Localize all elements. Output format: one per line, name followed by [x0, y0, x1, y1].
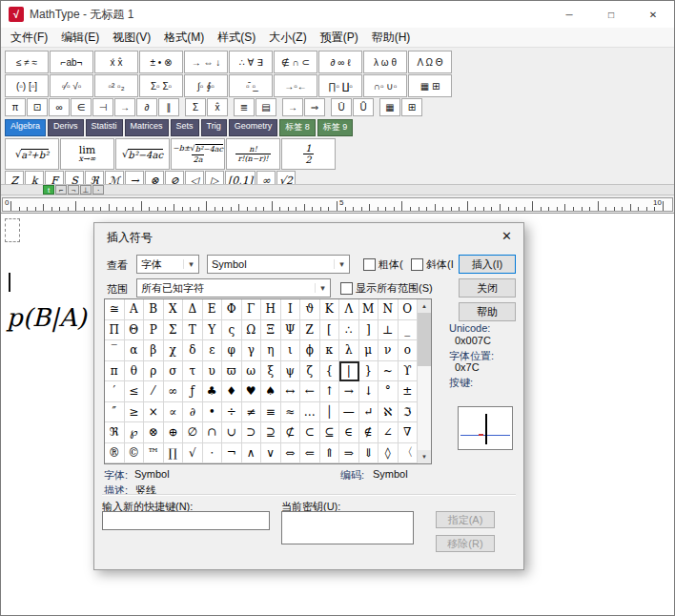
- char-cell-r7-c10[interactable]: ⊄: [281, 422, 301, 443]
- small-bar-button-3[interactable]: ∞: [49, 98, 70, 116]
- char-cell-r8-c8[interactable]: ∧: [242, 443, 262, 464]
- char-cell-r5-c12[interactable]: ↑: [320, 381, 340, 402]
- char-cell-r3-c8[interactable]: γ: [242, 340, 262, 361]
- char-cell-r3-c6[interactable]: ε: [203, 340, 223, 361]
- char-cell-r4-c12[interactable]: {: [320, 361, 340, 382]
- template-palette-3[interactable]: ▫² ▫₂: [94, 74, 138, 97]
- char-cell-r8-c2[interactable]: ©: [125, 443, 145, 464]
- remove-button[interactable]: 移除(R): [436, 535, 495, 552]
- char-cell-r4-c14[interactable]: }: [359, 361, 379, 382]
- char-cell-r6-c3[interactable]: ×: [144, 402, 164, 423]
- menu-item-3[interactable]: 视图(V): [106, 28, 157, 48]
- symbol-palette-2[interactable]: ⌐ab¬: [50, 51, 93, 73]
- tab-7[interactable]: Geometry: [229, 119, 278, 136]
- char-cell-r5-c9[interactable]: ♠: [261, 381, 281, 402]
- char-cell-r5-c13[interactable]: →: [339, 381, 359, 402]
- template-palette-8[interactable]: ∏▫ ∐▫: [318, 74, 362, 97]
- char-cell-r1-c8[interactable]: Γ: [242, 299, 262, 320]
- small-bar-button-8[interactable]: ∥: [158, 98, 179, 116]
- char-cell-r4-c11[interactable]: ζ: [300, 361, 320, 382]
- char-cell-r2-c5[interactable]: Τ: [183, 320, 203, 341]
- close-dialog-button[interactable]: 关闭: [459, 278, 516, 298]
- char-cell-r5-c14[interactable]: ↓: [359, 381, 379, 402]
- char-cell-r3-c5[interactable]: δ: [183, 340, 203, 361]
- symbol-palette-5[interactable]: → ⇔ ↓: [184, 51, 228, 73]
- char-cell-r7-c5[interactable]: ∅: [183, 422, 203, 443]
- char-cell-r6-c15[interactable]: ℵ: [378, 402, 399, 423]
- template-palette-6[interactable]: ▫̄ ▫̲: [229, 74, 273, 97]
- char-cell-r3-c12[interactable]: κ: [320, 340, 340, 361]
- char-cell-r1-c16[interactable]: Ο: [399, 299, 419, 320]
- char-cell-r4-c13[interactable]: |: [339, 361, 359, 382]
- char-cell-r6-c2[interactable]: ≥: [125, 402, 145, 423]
- template-palette-5[interactable]: ∫▫ ∮▫: [184, 74, 228, 97]
- char-cell-r7-c2[interactable]: ℘: [125, 422, 145, 443]
- char-cell-r1-c3[interactable]: Β: [144, 299, 164, 320]
- tab-align-button-2[interactable]: ⌐: [55, 185, 67, 195]
- symbol-palette-1[interactable]: ≤ ≠ ≈: [5, 51, 49, 73]
- char-cell-r5-c11[interactable]: ←: [300, 381, 320, 402]
- char-cell-r3-c4[interactable]: χ: [164, 340, 184, 361]
- char-cell-r5-c16[interactable]: ±: [399, 381, 419, 402]
- char-cell-r7-c14[interactable]: ∉: [359, 422, 379, 443]
- char-cell-r2-c7[interactable]: ς: [222, 320, 242, 341]
- char-cell-r8-c15[interactable]: ◊: [378, 443, 399, 464]
- small-bar-button-14[interactable]: ⇒: [304, 98, 325, 116]
- tab-align-button-1[interactable]: t: [43, 185, 54, 195]
- char-cell-r2-c12[interactable]: [: [320, 320, 340, 341]
- new-shortcut-input[interactable]: [102, 511, 270, 530]
- char-cell-r4-c4[interactable]: σ: [164, 361, 184, 382]
- char-cell-r5-c5[interactable]: ƒ: [183, 381, 203, 402]
- char-cell-r1-c7[interactable]: Φ: [222, 299, 242, 320]
- small-bar-button-10[interactable]: x̂: [207, 98, 228, 116]
- bold-checkbox[interactable]: 粗体(: [363, 257, 403, 272]
- char-cell-r5-c4[interactable]: ∞: [164, 381, 184, 402]
- char-cell-r4-c10[interactable]: ψ: [281, 361, 301, 382]
- menu-item-6[interactable]: 大小(Z): [262, 28, 313, 48]
- char-cell-r8-c5[interactable]: √: [183, 443, 203, 464]
- char-cell-r7-c8[interactable]: ⊃: [242, 422, 262, 443]
- symbol-palette-6[interactable]: ∴ ∀ ∃: [229, 51, 273, 73]
- char-cell-r6-c14[interactable]: ↵: [359, 402, 379, 423]
- char-cell-r2-c14[interactable]: ]: [359, 320, 379, 341]
- char-cell-r6-c16[interactable]: ℑ: [399, 402, 419, 423]
- char-cell-r3-c11[interactable]: ϕ: [300, 340, 320, 361]
- small-bar-button-5[interactable]: ⊣: [92, 98, 113, 116]
- char-cell-r2-c1[interactable]: Π: [105, 320, 125, 341]
- menu-item-4[interactable]: 格式(M): [157, 28, 211, 48]
- char-cell-r6-c11[interactable]: …: [300, 402, 320, 423]
- char-cell-r3-c10[interactable]: ι: [281, 340, 301, 361]
- char-cell-r1-c5[interactable]: Δ: [183, 299, 203, 320]
- small-bar-button-12[interactable]: ▤: [256, 98, 276, 116]
- char-cell-r7-c11[interactable]: ⊂: [300, 422, 320, 443]
- small-bar-button-13[interactable]: →: [282, 98, 303, 116]
- template-palette-4[interactable]: Σ▫ Σ▫: [139, 74, 183, 97]
- char-cell-r7-c3[interactable]: ⊗: [144, 422, 164, 443]
- small-bar-button-16[interactable]: Ǖ: [353, 98, 374, 116]
- menu-item-1[interactable]: 文件(F): [4, 28, 54, 48]
- char-cell-r1-c4[interactable]: Χ: [164, 299, 184, 320]
- tab-align-button-5[interactable]: ⋅: [92, 185, 104, 195]
- char-cell-r7-c1[interactable]: ℜ: [105, 422, 125, 443]
- char-cell-r8-c10[interactable]: ⇔: [281, 443, 301, 464]
- scroll-down-icon[interactable]: ▼: [418, 450, 431, 463]
- char-cell-r4-c6[interactable]: υ: [203, 361, 223, 382]
- menu-item-5[interactable]: 样式(S): [211, 28, 262, 48]
- show-all-ranges-checkbox[interactable]: 显示所有范围(S): [340, 281, 433, 296]
- symbol-palette-8[interactable]: ∂ ∞ ℓ: [318, 51, 362, 73]
- view-mode-combo[interactable]: 字体 ▾: [136, 255, 199, 274]
- tab-align-button-4[interactable]: ⊥: [80, 185, 92, 195]
- minimize-button[interactable]: ─: [548, 1, 590, 28]
- char-cell-r5-c6[interactable]: ♣: [203, 381, 223, 402]
- char-cell-r3-c14[interactable]: μ: [359, 340, 379, 361]
- char-cell-r2-c10[interactable]: Ψ: [281, 320, 301, 341]
- char-cell-r3-c13[interactable]: λ: [339, 340, 359, 361]
- char-cell-r5-c1[interactable]: ′: [105, 381, 125, 402]
- char-cell-r4-c15[interactable]: ~: [378, 361, 399, 382]
- dialog-close-icon[interactable]: ✕: [501, 229, 512, 243]
- ruler[interactable]: 0510: [2, 197, 673, 212]
- char-cell-r2-c15[interactable]: ⊥: [378, 320, 399, 341]
- char-cell-r7-c4[interactable]: ⊕: [164, 422, 184, 443]
- tab-5[interactable]: Sets: [171, 119, 199, 136]
- char-cell-r2-c16[interactable]: _: [399, 320, 419, 341]
